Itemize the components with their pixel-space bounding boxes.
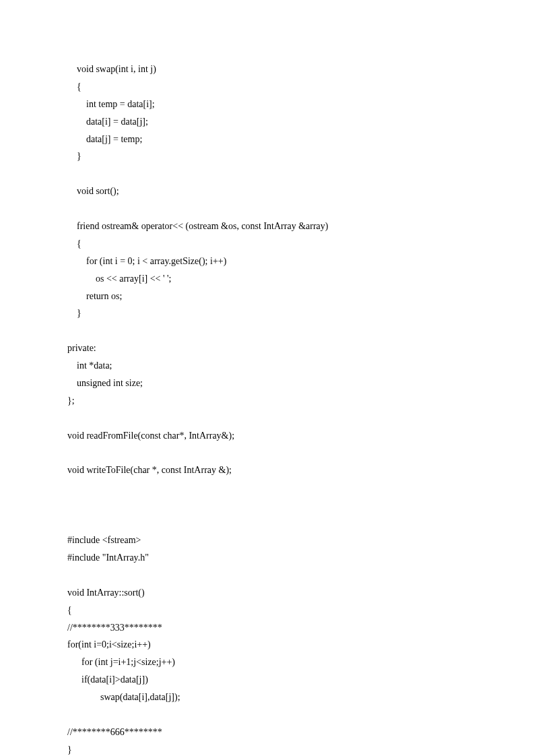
code-listing: void swap(int i, int j) { int temp = dat… — [67, 61, 467, 756]
